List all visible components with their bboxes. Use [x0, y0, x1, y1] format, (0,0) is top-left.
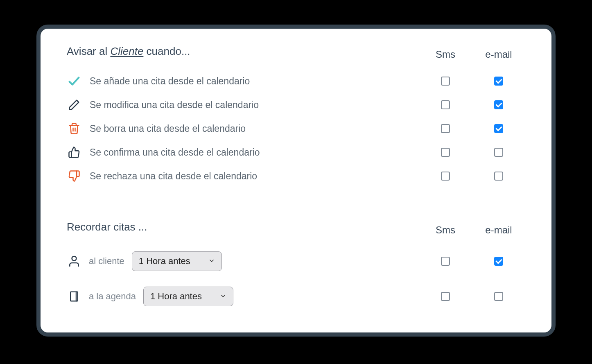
notify-header-row: Avisar al Cliente cuando... Sms e-mail [67, 45, 525, 63]
remind-agenda-select[interactable]: 1 Hora antes [143, 287, 233, 306]
notify-title-emph: Cliente [110, 45, 143, 57]
notify-delete-sms-checkbox[interactable] [441, 124, 450, 133]
chevron-down-icon [220, 291, 226, 302]
notify-add-email-checkbox[interactable] [494, 77, 503, 86]
remind-client-select-value: 1 Hora antes [139, 256, 190, 267]
remind-row-client: al cliente 1 Hora antes [67, 245, 525, 278]
notify-row-add-label: Se añade una cita desde el calendario [90, 76, 250, 87]
remind-agenda-email-checkbox[interactable] [494, 292, 503, 301]
remind-sms-header: Sms [419, 224, 472, 236]
agenda-icon [67, 289, 81, 304]
notify-title-suffix: cuando... [143, 45, 190, 57]
notify-row-modify-label: Se modifica una cita desde el calendario [90, 99, 259, 111]
notify-reject-sms-checkbox[interactable] [441, 172, 450, 181]
remind-header-row: Recordar citas ... Sms e-mail [67, 221, 525, 239]
notify-reject-email-checkbox[interactable] [494, 172, 503, 181]
remind-client-label: al cliente [89, 256, 124, 267]
notify-confirm-email-checkbox[interactable] [494, 148, 503, 157]
settings-card: Avisar al Cliente cuando... Sms e-mail S… [36, 25, 556, 337]
notify-delete-email-checkbox[interactable] [494, 124, 503, 133]
trash-icon [67, 121, 81, 136]
person-icon [67, 254, 81, 269]
chevron-down-icon [208, 256, 215, 267]
thumbs-up-icon [67, 145, 81, 160]
remind-agenda-sms-checkbox[interactable] [441, 292, 450, 301]
notify-row-delete-label: Se borra una cita desde el calendario [90, 123, 246, 134]
remind-agenda-label: a la agenda [89, 291, 136, 302]
remind-client-select[interactable]: 1 Hora antes [132, 251, 222, 271]
notify-email-header: e-mail [472, 49, 525, 60]
notify-add-sms-checkbox[interactable] [441, 77, 450, 86]
notify-row-modify: Se modifica una cita desde el calendario [67, 93, 525, 117]
remind-client-sms-checkbox[interactable] [441, 257, 450, 266]
notify-title-prefix: Avisar al [67, 45, 110, 57]
notify-confirm-sms-checkbox[interactable] [441, 148, 450, 157]
thumbs-down-icon [67, 169, 81, 183]
notify-row-delete: Se borra una cita desde el calendario [67, 117, 525, 140]
check-icon [67, 74, 81, 88]
notify-sms-header: Sms [419, 49, 472, 60]
notify-title: Avisar al Cliente cuando... [67, 45, 419, 58]
notify-modify-email-checkbox[interactable] [494, 100, 503, 109]
notify-row-add: Se añade una cita desde el calendario [67, 69, 525, 93]
remind-client-email-checkbox[interactable] [494, 257, 503, 266]
notify-row-confirm-label: Se confirma una cita desde el calendario [90, 147, 260, 158]
notify-row-reject: Se rechaza una cita desde el calendario [67, 164, 525, 188]
notify-row-reject-label: Se rechaza una cita desde el calendario [90, 171, 257, 182]
notify-row-confirm: Se confirma una cita desde el calendario [67, 140, 525, 164]
remind-agenda-select-value: 1 Hora antes [150, 291, 202, 302]
pencil-icon [67, 97, 81, 112]
remind-title: Recordar citas ... [67, 221, 419, 233]
remind-email-header: e-mail [472, 224, 525, 236]
remind-row-agenda: a la agenda 1 Hora antes [67, 280, 525, 313]
notify-modify-sms-checkbox[interactable] [441, 100, 450, 109]
svg-point-0 [72, 256, 77, 261]
